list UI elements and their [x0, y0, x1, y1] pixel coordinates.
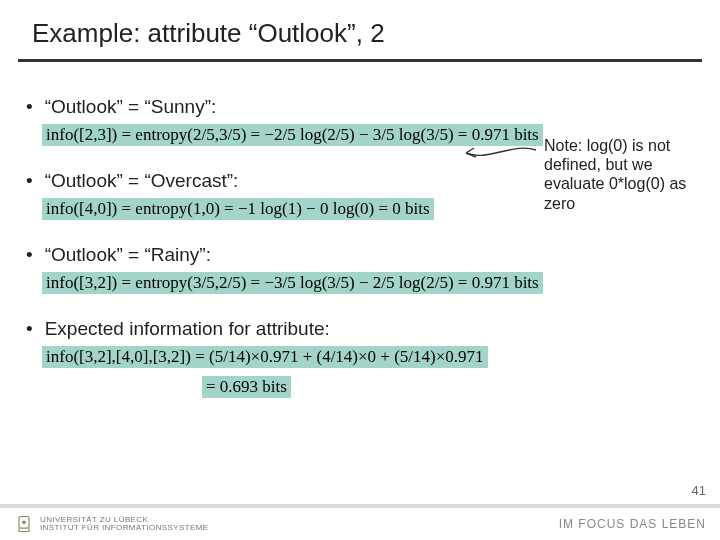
bullet-expected-text: Expected information for attribute:: [45, 318, 330, 340]
bullet-overcast-text: “Outlook” = “Overcast”:: [45, 170, 239, 192]
bullet-sunny-text: “Outlook” = “Sunny”:: [45, 96, 217, 118]
bullet-rainy-text: “Outlook” = “Rainy”:: [45, 244, 211, 266]
slide-footer: UNIVERSITÄT ZU LÜBECK INSTITUT FÜR INFOR…: [0, 504, 720, 540]
formula-expected-1: info([3,2],[4,0],[3,2]) = (5/14)×0.971 +…: [42, 346, 488, 368]
footer-tagline: IM FOCUS DAS LEBEN: [559, 517, 706, 531]
page-number: 41: [692, 483, 706, 498]
university-logo-icon: [14, 514, 34, 534]
slide-title: Example: attribute “Outlook”, 2: [0, 0, 720, 59]
slide-content: “Outlook” = “Sunny”: info([2,3]) = entro…: [0, 62, 720, 404]
annotation-note: Note: log(0) is not defined, but we eval…: [544, 136, 694, 213]
formula-expected-2: = 0.693 bits: [202, 376, 291, 398]
bullet-sunny: “Outlook” = “Sunny”:: [22, 96, 700, 118]
svg-point-1: [22, 521, 26, 525]
formula-overcast: info([4,0]) = entropy(1,0) = −1 log(1) −…: [42, 198, 434, 220]
annotation-arrow-icon: [458, 140, 538, 166]
university-line2: INSTITUT FÜR INFORMATIONSSYSTEME: [40, 524, 209, 532]
bullet-rainy: “Outlook” = “Rainy”:: [22, 244, 700, 266]
bullet-expected: Expected information for attribute:: [22, 318, 700, 340]
university-text: UNIVERSITÄT ZU LÜBECK INSTITUT FÜR INFOR…: [40, 516, 209, 533]
formula-rainy: info([3,2]) = entropy(3/5,2/5) = −3/5 lo…: [42, 272, 543, 294]
university-block: UNIVERSITÄT ZU LÜBECK INSTITUT FÜR INFOR…: [14, 514, 209, 534]
